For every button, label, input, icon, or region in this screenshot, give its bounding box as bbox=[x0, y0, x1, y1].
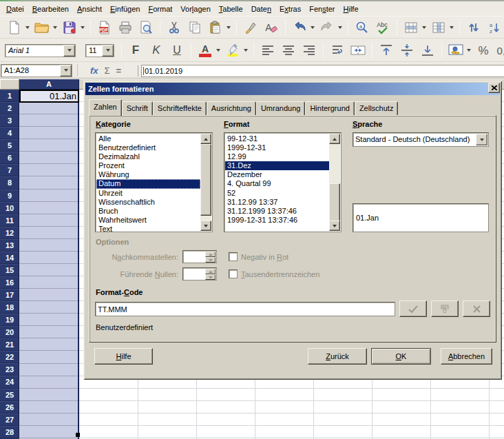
selection-handle[interactable] bbox=[76, 433, 80, 437]
list-item-4-quartal-99[interactable]: 4. Quartal 99 bbox=[225, 179, 329, 188]
select-all-corner[interactable] bbox=[0, 79, 19, 90]
align-right-button[interactable] bbox=[300, 41, 319, 59]
clear-formatting-button[interactable]: A bbox=[262, 19, 281, 37]
open-folder-dropdown[interactable] bbox=[52, 19, 59, 37]
category-listbox[interactable]: AlleBenutzerdefiniertDezimalzahlProzentW… bbox=[95, 132, 213, 232]
tab-schrifteffekte[interactable]: Schrifteffekte bbox=[153, 101, 207, 115]
list-item-31-dez[interactable]: 31.Dez bbox=[225, 161, 329, 170]
row-dropdown[interactable] bbox=[421, 19, 428, 37]
tab-zellschutz[interactable]: Zellschutz bbox=[355, 101, 399, 115]
highlight-color-button[interactable] bbox=[223, 41, 242, 59]
row-header-9[interactable]: 9 bbox=[0, 190, 19, 202]
font-name-combo[interactable]: Arial 1 bbox=[5, 44, 76, 57]
new-document-button[interactable] bbox=[5, 19, 24, 37]
menu-ansicht[interactable]: Ansicht bbox=[73, 3, 106, 14]
active-cell-a1[interactable]: 01.Jan bbox=[19, 90, 79, 103]
paste-button[interactable] bbox=[206, 19, 225, 37]
undo-dropdown[interactable] bbox=[309, 19, 316, 37]
redo-button[interactable] bbox=[317, 19, 337, 37]
menu-fenster[interactable]: Fenster bbox=[305, 3, 339, 14]
row-header-19[interactable]: 19 bbox=[0, 314, 19, 326]
font-color-dropdown[interactable] bbox=[215, 41, 222, 59]
tab-ausrichtung[interactable]: Ausrichtung bbox=[207, 101, 256, 115]
cut-button[interactable] bbox=[165, 19, 184, 37]
bold-button[interactable]: F bbox=[126, 41, 145, 59]
row-header-2[interactable]: 2 bbox=[0, 102, 19, 114]
row-header-4[interactable]: 4 bbox=[0, 127, 19, 139]
row-header-12[interactable]: 12 bbox=[0, 227, 19, 239]
list-item-w-hrung[interactable]: Währung bbox=[96, 170, 200, 179]
row-header-10[interactable]: 10 bbox=[0, 202, 19, 214]
row-header-15[interactable]: 15 bbox=[0, 264, 19, 276]
list-item-prozent[interactable]: Prozent bbox=[96, 161, 200, 170]
list-item-52[interactable]: 52 bbox=[225, 189, 329, 198]
list-item-uhrzeit[interactable]: Uhrzeit bbox=[96, 189, 200, 198]
toolbar-grip[interactable] bbox=[1, 19, 2, 36]
percent-format-button[interactable]: % bbox=[474, 41, 493, 59]
list-item-dezember[interactable]: Dezember bbox=[225, 170, 329, 179]
underline-button[interactable]: U bbox=[167, 41, 187, 59]
row-header-25[interactable]: 25 bbox=[0, 389, 19, 401]
name-box[interactable]: A1:A28 bbox=[1, 64, 72, 77]
add-format-button[interactable] bbox=[399, 300, 427, 317]
find-replace-button[interactable]: a bbox=[353, 19, 372, 37]
menu-format[interactable]: Format bbox=[144, 3, 176, 14]
name-box-dropdown[interactable] bbox=[60, 65, 72, 76]
clone-formatting-button[interactable] bbox=[241, 19, 260, 37]
save-button[interactable] bbox=[60, 19, 79, 37]
equals-icon[interactable]: = bbox=[116, 65, 122, 76]
list-item-benutzerdefiniert[interactable]: Benutzerdefiniert bbox=[96, 143, 200, 152]
align-left-button[interactable] bbox=[258, 41, 277, 59]
tab-hintergrund[interactable]: Hintergrund bbox=[305, 101, 354, 115]
tab-zahlen[interactable]: Zahlen bbox=[89, 99, 122, 116]
center-vertical-button[interactable] bbox=[397, 41, 417, 59]
row-button[interactable] bbox=[401, 19, 421, 37]
close-button[interactable] bbox=[488, 83, 500, 93]
row-header-5[interactable]: 5 bbox=[0, 139, 19, 152]
menu-tabelle[interactable]: Tabelle bbox=[215, 3, 247, 14]
ok-button[interactable]: OK bbox=[371, 348, 431, 365]
row-header-22[interactable]: 22 bbox=[0, 351, 19, 363]
row-header-3[interactable]: 3 bbox=[0, 114, 19, 127]
column-button[interactable] bbox=[429, 19, 448, 37]
list-item-wissenschaftlich[interactable]: Wissenschaftlich bbox=[96, 198, 200, 207]
menu-vorlagen[interactable]: Vorlagen bbox=[176, 3, 214, 14]
spin-up-button[interactable] bbox=[205, 252, 216, 257]
row-header-6[interactable]: 6 bbox=[0, 152, 19, 164]
language-dropdown[interactable] bbox=[476, 134, 487, 145]
row-header-27[interactable]: 27 bbox=[0, 414, 19, 426]
list-item-99-12-31[interactable]: 99-12-31 bbox=[225, 134, 329, 143]
menu-datei[interactable]: Datei bbox=[2, 3, 28, 14]
wrap-text-button[interactable] bbox=[328, 41, 347, 59]
edit-comment-button[interactable] bbox=[431, 300, 459, 317]
cancel-button[interactable]: Abbrechen bbox=[441, 348, 492, 365]
list-item-datum[interactable]: Datum bbox=[96, 179, 200, 188]
menu-bearbeiten[interactable]: Bearbeiten bbox=[28, 3, 73, 14]
row-header-28[interactable]: 28 bbox=[0, 426, 19, 438]
row-header-16[interactable]: 16 bbox=[0, 276, 19, 289]
dialog-titlebar[interactable]: Zellen formatieren bbox=[85, 83, 500, 95]
help-button[interactable]: Hilfe bbox=[94, 348, 153, 365]
list-item-wahrheitswert[interactable]: Wahrheitswert bbox=[96, 216, 200, 225]
format-code-input[interactable]: TT.MMM bbox=[95, 302, 395, 316]
list-item-1999-12-31-13-37-46[interactable]: 1999-12-31 13:37:46 bbox=[225, 216, 329, 225]
scroll-down-button[interactable] bbox=[200, 221, 211, 231]
list-item-text[interactable]: Text bbox=[96, 225, 200, 232]
list-item-dezimalzahl[interactable]: Dezimalzahl bbox=[96, 152, 200, 161]
row-header-21[interactable]: 21 bbox=[0, 338, 19, 351]
row-header-11[interactable]: 11 bbox=[0, 214, 19, 227]
row-header-14[interactable]: 14 bbox=[0, 252, 19, 264]
align-center-button[interactable] bbox=[279, 41, 298, 59]
font-color-button[interactable]: A bbox=[196, 41, 215, 59]
align-bottom-button[interactable] bbox=[418, 41, 437, 59]
undo-button[interactable] bbox=[290, 19, 309, 37]
list-item-31-12-99-13-37[interactable]: 31.12.99 13:37 bbox=[225, 198, 329, 207]
paste-dropdown[interactable] bbox=[225, 19, 232, 37]
row-header-23[interactable]: 23 bbox=[0, 363, 19, 376]
menu-einfügen[interactable]: Einfügen bbox=[106, 3, 144, 14]
row-header-8[interactable]: 8 bbox=[0, 176, 19, 189]
tab-schrift[interactable]: Schrift bbox=[122, 101, 153, 115]
spin-down-button[interactable] bbox=[205, 257, 216, 263]
font-name-value[interactable]: Arial 1 bbox=[6, 46, 63, 54]
row-header-13[interactable]: 13 bbox=[0, 239, 19, 252]
